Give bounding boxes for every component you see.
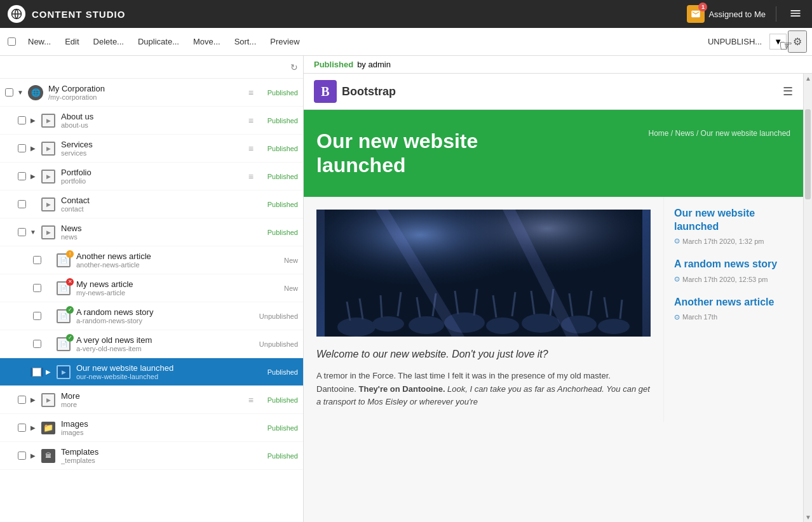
scroll-arrow-up[interactable]: ▲ [804,74,812,83]
preview-nav: B Bootstrap ☰ [304,74,803,110]
checkbox-images[interactable] [15,424,28,432]
expand-my-corporation[interactable]: ▼ [15,89,25,96]
tree-item-more[interactable]: ▶ ▶ More more ≡ Published [0,386,303,414]
text-news: News news [61,224,256,241]
checkbox-services[interactable] [15,144,28,152]
scrollbar-track[interactable]: ▲ ▼ [803,74,812,522]
hamburger-button[interactable] [787,4,804,24]
new-button[interactable]: New... [22,33,57,50]
sidebar-article-1: Our new website launched ⊙ March 17th 20… [674,207,793,246]
icon-my-news: 📄 ✕ [53,278,74,298]
sidebar-article-3-title[interactable]: Another news article [674,296,793,309]
drag-services[interactable]: ≡ [248,144,254,154]
scroll-thumb[interactable] [805,109,811,199]
breadcrumb-sep1: / [671,129,673,138]
sidebar-article-1-date: ⊙ March 17th 2020, 1:32 pm [674,237,793,245]
checkbox-my-news[interactable] [30,284,43,292]
text-more: More more [61,391,246,408]
content-panel: Published by admin B Bootstrap ☰ Our new… [304,56,812,522]
tree-item-portfolio[interactable]: ▶ ▶ Portfolio portfolio ≡ Published [0,163,303,191]
content-status-bar: Published by admin [304,56,812,74]
checkbox-our-website[interactable] [30,368,43,377]
status-about-us: Published [256,117,301,124]
sidebar-article-2-title[interactable]: A random news story [674,258,793,271]
content-body: Welcome to our new website. Don't you ju… [304,197,803,422]
breadcrumb-sep2: / [696,129,698,138]
expand-portfolio[interactable]: ▶ [28,173,38,180]
status-more: Published [256,396,301,404]
sort-button[interactable]: Sort... [228,33,263,50]
svg-point-6 [409,316,444,334]
breadcrumb-page: Our new website launched [701,129,790,138]
expand-templates[interactable]: ▶ [28,452,38,459]
tree-item-services[interactable]: ▶ ▶ Services services ≡ Published [0,135,303,163]
nav-hamburger-icon[interactable]: ☰ [783,84,793,98]
sidebar: ↻ ▼ 🌐 My Corporation /my-corporation ≡ P… [0,56,304,522]
expand-our-website[interactable]: ▶ [43,368,53,375]
checkbox-old-news[interactable] [30,340,43,348]
tree-item-our-new-website[interactable]: ▶ ▶ Our new website launched our-new-web… [0,358,303,386]
tree-item-another-news[interactable]: 📄 ! Another news article another-news-ar… [0,246,303,274]
assigned-to-me-button[interactable]: 1 Assigned to Me [687,5,766,23]
breadcrumb-news: News [675,129,694,138]
icon-images: 📁 [38,418,58,438]
checkbox-portfolio[interactable] [15,172,28,180]
status-my-corporation: Published [256,89,301,97]
tree-item-old-news[interactable]: 📄 ✓ A very old news item a-very-old-news… [0,330,303,358]
icon-portfolio: ▶ [38,166,58,187]
checkbox-contact[interactable] [15,200,28,208]
text-images: Images images [61,419,256,436]
assigned-label: Assigned to Me [708,10,766,19]
edit-button[interactable]: Edit [58,33,85,50]
tree-item-news[interactable]: ▼ ▶ News news Published [0,218,303,246]
svg-line-14 [381,295,382,318]
text-contact: Contact contact [61,196,256,213]
drag-my-corporation[interactable]: ≡ [248,88,254,98]
expand-services[interactable]: ▶ [28,145,38,152]
text-services: Services services [61,140,246,157]
unpublish-button[interactable]: UNPUBLISH... [701,33,768,50]
preview-scroll[interactable]: B Bootstrap ☰ Our new website launched H… [304,74,803,522]
checkbox-more[interactable] [15,396,28,404]
tree-item-about-us[interactable]: ▶ ▶ About us about-us ≡ Published [0,107,303,135]
sidebar-article-1-title[interactable]: Our new website launched [674,207,793,234]
drag-more[interactable]: ≡ [248,395,254,405]
expand-news[interactable]: ▼ [28,229,38,236]
select-all-checkbox[interactable] [5,37,18,46]
expand-about-us[interactable]: ▶ [28,117,38,124]
delete-button[interactable]: Delete... [87,33,130,50]
badge-ok-random-news: ✓ [66,306,74,314]
status-our-website: Published [256,368,301,376]
duplicate-button[interactable]: Duplicate... [132,33,186,50]
settings-button[interactable]: ⚙ [788,30,807,53]
unpublish-dropdown[interactable]: ▼ [769,34,787,50]
refresh-button[interactable]: ↻ [290,62,298,72]
checkbox-templates[interactable] [15,452,28,460]
assigned-icon: 1 [687,5,705,23]
badge-error-my-news: ✕ [66,278,74,286]
drag-portfolio[interactable]: ≡ [248,171,254,182]
expand-images[interactable]: ▶ [28,424,38,431]
icon-our-website: ▶ [53,362,74,382]
checkbox-about-us[interactable] [15,116,28,124]
text-my-corporation: My Corporation /my-corporation [48,84,246,101]
scroll-arrow-down[interactable]: ▼ [804,512,812,522]
tree-item-random-news[interactable]: 📄 ✓ A random news story a-random-news-st… [0,302,303,330]
preview-button[interactable]: Preview [264,33,306,50]
move-button[interactable]: Move... [187,33,227,50]
tree-item-images[interactable]: ▶ 📁 Images images Published [0,414,303,442]
checkbox-my-corporation[interactable] [3,88,15,97]
expand-more[interactable]: ▶ [28,396,38,403]
drag-about-us[interactable]: ≡ [248,116,254,126]
checkbox-another-news[interactable] [30,256,43,264]
checkbox-random-news[interactable] [30,312,43,320]
bootstrap-logo: B Bootstrap [314,80,396,103]
checkbox-news[interactable] [15,228,28,236]
tree-item-my-corporation[interactable]: ▼ 🌐 My Corporation /my-corporation ≡ Pub… [0,79,303,107]
icon-news: ▶ [38,222,58,243]
tree-item-my-news[interactable]: 📄 ✕ My news article my-news-article New [0,274,303,302]
tree-item-contact[interactable]: ▶ Contact contact Published [0,191,303,218]
tree-item-templates[interactable]: ▶ 🏛 Templates _templates Published [0,442,303,470]
status-templates: Published [256,452,301,460]
main-content-area: Welcome to our new website. Don't you ju… [304,197,663,422]
